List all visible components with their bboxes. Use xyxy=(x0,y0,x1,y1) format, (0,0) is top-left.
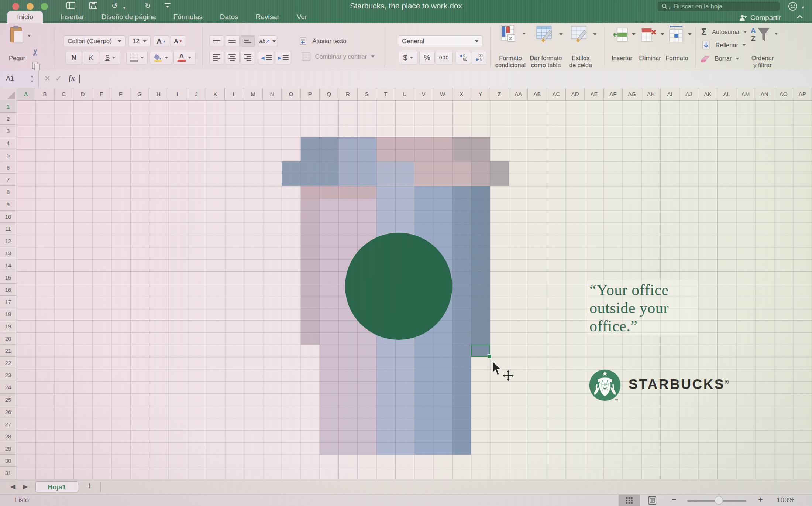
column-header-D[interactable]: D xyxy=(73,88,92,100)
column-header-G[interactable]: G xyxy=(130,88,149,100)
row-header-28[interactable]: 28 xyxy=(0,430,16,442)
merge-center-button[interactable]: ↔ Combinar y centrar xyxy=(302,52,375,61)
menu-tab-Inicio[interactable]: Inicio xyxy=(7,11,43,23)
column-header-N[interactable]: N xyxy=(263,88,282,100)
sort-filter-button[interactable]: AZ Ordenary filtrar xyxy=(746,24,780,69)
format-cells-button[interactable]: ↔ Formato xyxy=(664,24,689,69)
row-header-27[interactable]: 27 xyxy=(0,418,16,430)
menu-tab-Revisar[interactable]: Revisar xyxy=(256,11,279,23)
row-header-21[interactable]: 21 xyxy=(0,345,16,357)
italic-button[interactable]: K xyxy=(83,51,99,64)
column-header-AB[interactable]: AB xyxy=(528,88,547,100)
menu-tab-Diseño de página[interactable]: Diseño de página xyxy=(102,11,156,23)
column-header-X[interactable]: X xyxy=(452,88,471,100)
fill-color-button[interactable] xyxy=(150,51,172,64)
column-header-AP[interactable]: AP xyxy=(793,88,812,100)
column-header-AD[interactable]: AD xyxy=(566,88,585,100)
column-header-F[interactable]: F xyxy=(111,88,130,100)
cell-styles-button[interactable]: Estilosde celda xyxy=(563,24,598,69)
add-sheet-button[interactable]: + xyxy=(86,480,92,492)
column-header-J[interactable]: J xyxy=(187,88,206,100)
row-header-6[interactable]: 6 xyxy=(0,161,16,174)
column-header-AA[interactable]: AA xyxy=(509,88,528,100)
column-header-B[interactable]: B xyxy=(35,88,54,100)
row-header-14[interactable]: 14 xyxy=(0,259,16,271)
decrease-font-button[interactable]: A▼ xyxy=(171,35,186,47)
zoom-out-button[interactable]: − xyxy=(672,495,677,505)
column-header-R[interactable]: R xyxy=(338,88,357,100)
wrap-text-button[interactable]: Ajustar texto xyxy=(300,37,346,45)
borders-button[interactable] xyxy=(126,51,148,64)
conditional-formatting-button[interactable]: ≠ Formatocondicional xyxy=(492,24,529,69)
column-header-O[interactable]: O xyxy=(282,88,300,100)
row-header-4[interactable]: 4 xyxy=(0,137,16,149)
zoom-slider-knob[interactable] xyxy=(715,496,723,505)
column-header-Y[interactable]: Y xyxy=(471,88,490,100)
column-header-S[interactable]: S xyxy=(358,88,376,100)
currency-button[interactable]: $ xyxy=(399,51,418,64)
column-header-I[interactable]: I xyxy=(168,88,187,100)
next-sheet-icon[interactable]: ▶ xyxy=(23,483,28,490)
column-header-H[interactable]: H xyxy=(149,88,168,100)
bold-button[interactable]: N xyxy=(66,51,82,64)
column-header-AK[interactable]: AK xyxy=(698,88,717,100)
smiley-caret-icon[interactable]: ▾ xyxy=(802,3,804,12)
menu-tab-Insertar[interactable]: Insertar xyxy=(60,11,84,23)
percent-button[interactable]: % xyxy=(419,51,435,64)
column-header-V[interactable]: V xyxy=(414,88,433,100)
fx-icon[interactable]: fx xyxy=(69,74,75,82)
column-header-AH[interactable]: AH xyxy=(641,88,660,100)
row-header-25[interactable]: 25 xyxy=(0,394,16,406)
column-header-E[interactable]: E xyxy=(92,88,111,100)
align-right-button[interactable] xyxy=(240,51,255,64)
menu-tab-Fórmulas[interactable]: Fórmulas xyxy=(173,11,203,23)
row-header-11[interactable]: 11 xyxy=(0,223,16,235)
row-header-22[interactable]: 22 xyxy=(0,357,16,369)
row-header-3[interactable]: 3 xyxy=(0,125,16,137)
increase-decimal-button[interactable]: ◀ 0 00 xyxy=(455,51,471,64)
row-header-9[interactable]: 9 xyxy=(0,198,16,211)
column-header-AF[interactable]: AF xyxy=(604,88,623,100)
row-header-13[interactable]: 13 xyxy=(0,247,16,259)
column-header-P[interactable]: P xyxy=(301,88,320,100)
sheet-grid[interactable]: “Your officeoutside youroffice.” STARBUC… xyxy=(17,100,812,479)
align-middle-button[interactable] xyxy=(225,35,240,47)
insert-cells-button[interactable]: Insertar xyxy=(610,24,634,69)
row-header-8[interactable]: 8 xyxy=(0,186,16,198)
align-center-button[interactable] xyxy=(225,51,240,64)
row-header-16[interactable]: 16 xyxy=(0,284,16,296)
row-header-18[interactable]: 18 xyxy=(0,308,16,320)
name-box[interactable]: A1 ▲▼ xyxy=(0,70,39,88)
column-header-Z[interactable]: Z xyxy=(490,88,509,100)
sheet-tab-Hoja1[interactable]: Hoja1 xyxy=(35,481,78,492)
row-header-31[interactable]: 31 xyxy=(0,467,16,479)
thousands-button[interactable]: 000 xyxy=(436,51,453,64)
page-layout-view-button[interactable] xyxy=(641,495,663,506)
cut-icon[interactable]: ✂ xyxy=(30,49,41,56)
row-header-23[interactable]: 23 xyxy=(0,369,16,381)
row-header-17[interactable]: 17 xyxy=(0,296,16,308)
column-header-C[interactable]: C xyxy=(55,88,73,100)
column-header-AM[interactable]: AM xyxy=(736,88,755,100)
align-top-button[interactable] xyxy=(209,35,224,47)
active-cell-selection[interactable] xyxy=(471,345,490,357)
column-header-A[interactable]: A xyxy=(17,88,35,100)
column-header-M[interactable]: M xyxy=(244,88,263,100)
name-box-stepper[interactable]: ▲▼ xyxy=(30,73,34,84)
previous-sheet-icon[interactable]: ◀ xyxy=(10,483,15,490)
formula-input[interactable] xyxy=(83,70,808,88)
column-header-W[interactable]: W xyxy=(433,88,452,100)
align-left-button[interactable] xyxy=(209,51,224,64)
column-header-AO[interactable]: AO xyxy=(774,88,793,100)
select-all-corner[interactable] xyxy=(0,88,17,101)
row-header-26[interactable]: 26 xyxy=(0,406,16,418)
menu-tab-Ver[interactable]: Ver xyxy=(297,11,307,23)
row-header-20[interactable]: 20 xyxy=(0,332,16,345)
delete-cells-button[interactable]: Eliminar xyxy=(638,24,662,69)
underline-button[interactable]: S xyxy=(100,51,121,64)
column-header-AE[interactable]: AE xyxy=(585,88,603,100)
number-format-select[interactable]: General xyxy=(398,35,483,47)
normal-view-button[interactable] xyxy=(619,495,640,506)
menu-tab-Datos[interactable]: Datos xyxy=(220,11,238,23)
column-header-AN[interactable]: AN xyxy=(755,88,774,100)
